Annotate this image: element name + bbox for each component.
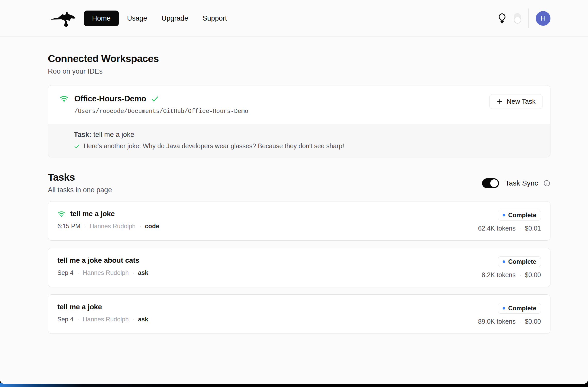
- task-sync-toggle[interactable]: [482, 178, 499, 188]
- nav-usage[interactable]: Usage: [120, 11, 154, 26]
- task-row[interactable]: tell me a joke 6:15 PM · Hannes Rudolph …: [48, 201, 550, 241]
- app-window: Home Usage Upgrade Support H Connected W…: [0, 0, 588, 384]
- wifi-connected-icon: [57, 210, 66, 218]
- workspaces-section: Connected Workspaces Roo on your IDEs Of…: [48, 53, 550, 157]
- task-user: Hannes Rudolph: [90, 223, 136, 230]
- task-cost: $0.00: [525, 271, 541, 279]
- check-icon: [74, 143, 80, 149]
- workspace-name: Office-Hours-Demo: [74, 94, 146, 103]
- task-sync-label: Task Sync: [505, 179, 538, 187]
- task-time: Sep 4: [57, 316, 74, 323]
- workspaces-title: Connected Workspaces: [48, 53, 550, 64]
- task-mode: code: [145, 223, 159, 230]
- status-dot: [503, 260, 505, 263]
- check-icon: [151, 95, 159, 103]
- task-title: tell me a joke about cats: [57, 256, 139, 265]
- last-task-label: Task:: [74, 131, 92, 138]
- last-task-title: tell me a joke: [93, 131, 134, 138]
- task-mode: ask: [138, 269, 148, 276]
- status-badge: Complete: [498, 303, 541, 314]
- main-content: Connected Workspaces Roo on your IDEs Of…: [0, 37, 588, 334]
- status-badge: Complete: [498, 256, 541, 267]
- main-nav: Home Usage Upgrade Support: [84, 11, 234, 26]
- task-mode: ask: [138, 316, 148, 323]
- new-task-button[interactable]: New Task: [489, 94, 542, 109]
- task-tokens: 8.2K tokens: [482, 271, 515, 279]
- status-dot: [503, 214, 505, 216]
- tasks-section: Tasks All tasks in one page Task Sync: [48, 172, 550, 334]
- task-time: 6:15 PM: [57, 223, 80, 230]
- last-task-result: Here's another joke: Why do Java develop…: [84, 142, 344, 150]
- task-title: tell me a joke: [57, 303, 102, 311]
- status-dot: [503, 307, 505, 310]
- task-user: Hannes Rudolph: [83, 316, 129, 323]
- task-cost: $0.00: [525, 318, 541, 325]
- plus-icon: [496, 98, 503, 105]
- tasks-title: Tasks: [48, 172, 112, 183]
- task-cost: $0.01: [525, 225, 541, 232]
- top-nav: Home Usage Upgrade Support H: [0, 0, 588, 37]
- status-label: Complete: [508, 212, 536, 219]
- roo-kangaroo-logo[interactable]: [48, 8, 78, 28]
- new-task-label: New Task: [507, 98, 536, 105]
- status-label: Complete: [508, 305, 536, 312]
- wifi-connected-icon: [59, 94, 69, 103]
- nav-home[interactable]: Home: [84, 11, 119, 26]
- user-avatar[interactable]: H: [536, 11, 550, 26]
- workspace-last-task: Task: tell me a joke Here's another joke…: [48, 124, 550, 157]
- theme-toggle[interactable]: [514, 13, 521, 23]
- task-title: tell me a joke: [70, 210, 115, 218]
- info-icon[interactable]: [543, 180, 550, 187]
- task-tokens: 89.0K tokens: [478, 318, 516, 325]
- header-divider: [528, 8, 529, 28]
- status-badge: Complete: [498, 210, 541, 221]
- task-user: Hannes Rudolph: [83, 269, 129, 276]
- theme-toggle-knob: [514, 17, 521, 23]
- tasks-subtitle: All tasks in one page: [48, 186, 112, 194]
- workspaces-subtitle: Roo on your IDEs: [48, 67, 550, 75]
- workspace-card: Office-Hours-Demo /Users/roocode/Documen…: [48, 85, 550, 157]
- nav-upgrade[interactable]: Upgrade: [154, 11, 195, 26]
- workspace-path: /Users/roocode/Documents/GitHub/Office-H…: [74, 108, 248, 115]
- nav-support[interactable]: Support: [195, 11, 234, 26]
- task-row[interactable]: tell me a joke about cats Sep 4 · Hannes…: [48, 248, 550, 287]
- task-row[interactable]: tell me a joke Sep 4 · Hannes Rudolph · …: [48, 294, 550, 334]
- task-tokens: 62.4K tokens: [478, 225, 516, 232]
- task-sync-toggle-knob: [490, 179, 498, 187]
- status-label: Complete: [508, 258, 536, 265]
- lightbulb-theme-icon[interactable]: [497, 13, 507, 24]
- task-time: Sep 4: [57, 269, 74, 276]
